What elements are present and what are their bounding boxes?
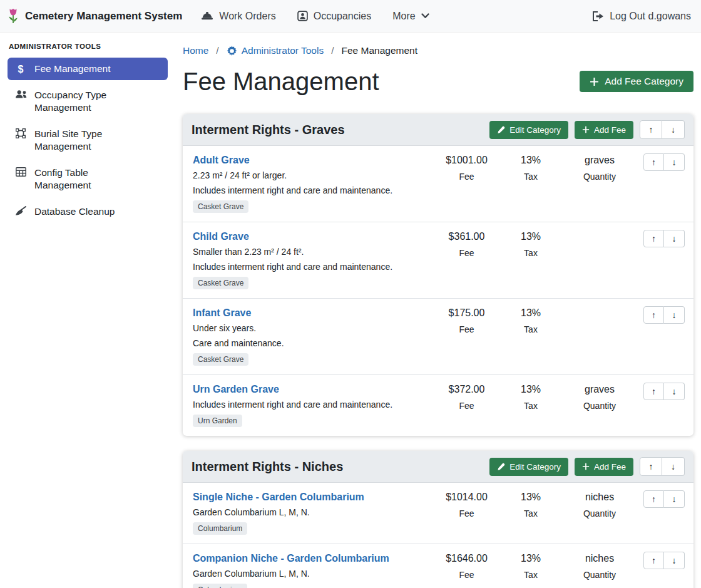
app-brand-link[interactable]: Cemetery Management System [6, 8, 182, 25]
add-fee-button[interactable]: Add Fee [575, 121, 633, 139]
fee-info: Child Grave Smaller than 2.23 m² / 24 ft… [193, 230, 434, 289]
sidebar-item-label: Burial Site Type Management [34, 128, 144, 153]
sidebar-item-label: Database Cleanup [34, 205, 115, 218]
fee-quantity-label: Quantity [562, 172, 637, 182]
move-category-down-button[interactable]: ↓ [662, 120, 685, 139]
plus-icon [582, 126, 590, 133]
nav-work-orders-label: Work Orders [219, 11, 275, 22]
edit-category-button[interactable]: Edit Category [489, 121, 568, 139]
broom-icon [14, 206, 28, 216]
sidebar-item-label: Fee Management [34, 63, 111, 75]
breadcrumb-separator: / [331, 45, 334, 56]
move-fee-down-button[interactable]: ↓ [664, 153, 685, 171]
fee-row: Single Niche - Garden Columbarium Garden… [183, 483, 693, 544]
logout-link[interactable]: Log Out d.gowans [592, 11, 691, 22]
move-fee-up-button[interactable]: ↑ [643, 490, 664, 508]
move-fee-down-button[interactable]: ↓ [664, 552, 685, 569]
sidebar-item-database-cleanup[interactable]: Database Cleanup [8, 200, 168, 223]
fee-amount-column: $1001.00 Fee [434, 153, 499, 182]
fee-quantity-column: niches Quantity [562, 552, 637, 580]
tulip-logo-icon [6, 8, 20, 25]
gear-icon [227, 46, 237, 56]
users-icon [14, 90, 28, 99]
sidebar-item-occupancy-type-management[interactable]: Occupancy Type Management [8, 84, 168, 119]
breadcrumb-home-label: Home [183, 45, 208, 56]
fee-amount-column: $1646.00 Fee [434, 552, 499, 580]
category-header: Interment Rights - Graves Edit Category … [183, 114, 693, 146]
fee-category-card: Interment Rights - Niches Edit Category … [183, 451, 693, 588]
fee-tax-column: 13% Tax [499, 552, 562, 580]
fee-description: Includes interment right and care and ma… [193, 185, 429, 197]
move-fee-down-button[interactable]: ↓ [664, 306, 685, 324]
fee-info: Infant Grave Under six years. Care and m… [193, 306, 434, 366]
hard-hat-icon [201, 11, 213, 21]
main-content: Home / Administrator Tools / Fee Managem… [175, 33, 701, 588]
fee-quantity: graves [562, 153, 637, 167]
fee-row: Infant Grave Under six years. Care and m… [183, 299, 693, 375]
nav-more[interactable]: More [392, 11, 429, 22]
move-fee-up-button[interactable]: ↑ [643, 552, 664, 569]
fee-tax-column: 13% Tax [499, 306, 562, 334]
edit-category-button[interactable]: Edit Category [489, 458, 568, 476]
sidebar-item-fee-management[interactable]: $ Fee Management [8, 58, 168, 80]
nav-work-orders[interactable]: Work Orders [201, 11, 275, 22]
move-fee-up-button[interactable]: ↑ [643, 306, 664, 324]
add-fee-category-button[interactable]: Add Fee Category [580, 71, 693, 92]
move-fee-down-button[interactable]: ↓ [664, 383, 685, 400]
fee-tax-column: 13% Tax [499, 383, 562, 411]
nav-occupancies[interactable]: Occupancies [297, 11, 372, 22]
fee-amount: $372.00 [434, 383, 499, 396]
add-fee-label: Add Fee [594, 462, 626, 472]
fee-name-link[interactable]: Companion Niche - Garden Columbarium [193, 552, 389, 565]
move-fee-down-button[interactable]: ↓ [664, 490, 685, 508]
fee-quantity: niches [562, 552, 637, 565]
fee-name-link[interactable]: Adult Grave [193, 153, 250, 167]
sidebar-item-burial-site-type-management[interactable]: Burial Site Type Management [8, 123, 168, 158]
move-category-up-button[interactable]: ↑ [640, 120, 662, 139]
fee-tax: 13% [499, 383, 562, 396]
fee-quantity-column: graves Quantity [562, 383, 637, 411]
fee-name-link[interactable]: Child Grave [193, 230, 249, 243]
add-fee-label: Add Fee [594, 125, 626, 135]
admin-sidebar: ADMINISTRATOR TOOLS $ Fee Management Occ… [0, 33, 175, 588]
sidebar-item-config-table-management[interactable]: Config Table Management [8, 162, 168, 197]
fee-info: Single Niche - Garden Columbarium Garden… [193, 490, 434, 535]
move-fee-down-button[interactable]: ↓ [664, 230, 685, 247]
fee-name-link[interactable]: Urn Garden Grave [193, 383, 279, 396]
move-category-up-button[interactable]: ↑ [640, 457, 662, 476]
breadcrumb-admin-tools-link[interactable]: Administrator Tools [227, 45, 324, 56]
logout-label: Log Out d.gowans [610, 11, 691, 22]
add-fee-category-label: Add Fee Category [605, 76, 683, 87]
add-fee-button[interactable]: Add Fee [575, 458, 633, 476]
fee-reorder-buttons: ↑ ↓ [643, 230, 685, 247]
fee-type-badge: Casket Grave [193, 277, 248, 289]
app-brand-title: Cemetery Management System [25, 10, 182, 23]
fee-name-link[interactable]: Infant Grave [193, 306, 251, 319]
breadcrumb-current: Fee Management [342, 45, 418, 56]
fee-row: Urn Garden Grave Includes interment righ… [183, 375, 693, 436]
breadcrumb-home-link[interactable]: Home [183, 45, 208, 56]
fee-description: Includes interment right and care and ma… [193, 261, 429, 273]
move-fee-up-button[interactable]: ↑ [643, 383, 664, 400]
move-category-down-button[interactable]: ↓ [662, 457, 685, 476]
fee-amount-label: Fee [434, 248, 499, 258]
fee-amount-column: $361.00 Fee [434, 230, 499, 258]
fee-reorder-buttons: ↑ ↓ [643, 490, 685, 508]
fee-tax-label: Tax [499, 172, 562, 182]
sidebar-heading: ADMINISTRATOR TOOLS [8, 41, 168, 58]
fee-reorder-buttons: ↑ ↓ [643, 306, 685, 324]
fee-name-link[interactable]: Single Niche - Garden Columbarium [193, 490, 364, 503]
fee-info: Urn Garden Grave Includes interment righ… [193, 383, 434, 427]
fee-tax-label: Tax [499, 324, 562, 334]
fee-description: Smaller than 2.23 m² / 24 ft². [193, 246, 429, 258]
fee-description: 2.23 m² / 24 ft² or larger. [193, 170, 429, 182]
move-fee-up-button[interactable]: ↑ [643, 153, 664, 171]
vector-square-icon [14, 128, 28, 138]
breadcrumb-admin-tools-label: Administrator Tools [242, 45, 324, 56]
page-title: Fee Management [183, 65, 379, 98]
page-header: Fee Management Add Fee Category [183, 65, 693, 98]
fee-amount: $1646.00 [434, 552, 499, 565]
fee-amount-label: Fee [434, 508, 499, 518]
move-fee-up-button[interactable]: ↑ [643, 230, 664, 247]
fee-tax-label: Tax [499, 570, 562, 580]
